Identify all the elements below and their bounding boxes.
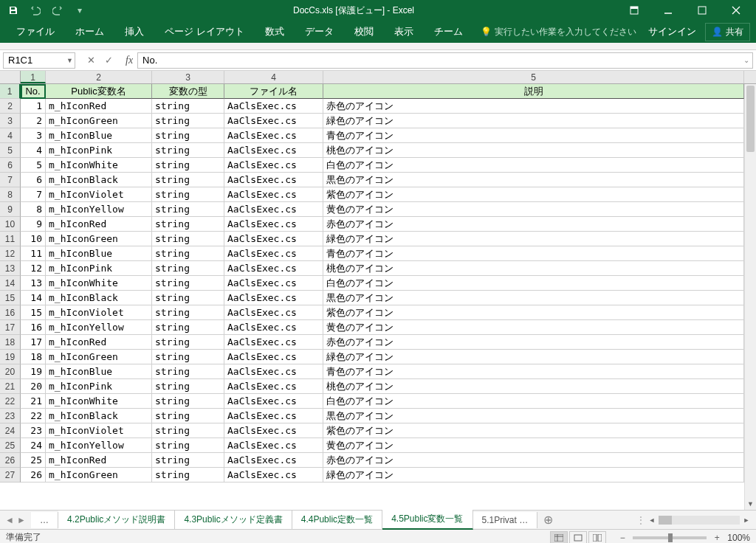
cell[interactable]: string [152,276,224,291]
sheet-nav-prev-icon[interactable]: ◄ [4,515,15,525]
row-header[interactable]: 25 [0,438,21,453]
cell[interactable]: 10 [21,232,46,246]
hscroll-thumb[interactable] [659,516,672,525]
cell[interactable]: 16 [21,320,46,335]
row-header[interactable]: 8 [0,187,21,202]
name-box[interactable]: R1C1 ▼ [3,52,75,69]
cell[interactable]: 21 [21,394,46,409]
col-header[interactable]: 2 [46,71,152,83]
cell[interactable]: AaClsExec.cs [224,423,323,438]
cell[interactable]: 黒色のアイコン [323,291,744,305]
cell[interactable]: 13 [21,276,46,291]
row-header[interactable]: 16 [0,305,21,320]
cell[interactable]: m_hIconViolet [46,305,152,320]
cell[interactable]: 緑色のアイコン [323,350,744,364]
cell[interactable]: 25 [21,453,46,468]
col-header[interactable]: 5 [323,71,744,83]
fx-icon[interactable]: fx [126,55,133,66]
cell[interactable]: 9 [21,217,46,232]
row-header[interactable]: 13 [0,261,21,276]
tab-insert[interactable]: 挿入 [114,21,154,43]
cell[interactable]: string [152,232,224,246]
cell[interactable]: 桃色のアイコン [323,261,744,276]
cell[interactable]: 黒色のアイコン [323,173,744,187]
cell[interactable]: AaClsExec.cs [224,246,323,261]
row-header[interactable]: 20 [0,364,21,379]
row-header[interactable]: 3 [0,114,21,128]
signin-link[interactable]: サインイン [648,25,696,38]
view-normal-icon[interactable] [550,531,568,544]
row-header[interactable]: 2 [0,99,21,114]
cell[interactable]: AaClsExec.cs [224,453,323,468]
cell[interactable]: AaClsExec.cs [224,173,323,187]
row-header[interactable]: 1 [0,84,21,99]
cell[interactable]: string [152,423,224,438]
cell[interactable]: AaClsExec.cs [224,158,323,173]
cell[interactable]: m_hIconGreen [46,114,152,128]
cell[interactable]: 19 [21,364,46,379]
col-header[interactable]: 1 [21,71,46,83]
cell-active[interactable]: No. [21,84,46,99]
cell[interactable]: AaClsExec.cs [224,217,323,232]
cell[interactable]: m_hIconGreen [46,350,152,364]
row-header[interactable]: 4 [0,128,21,143]
tab-pagelayout[interactable]: ページ レイアウト [154,21,255,43]
cell[interactable]: AaClsExec.cs [224,202,323,217]
cell[interactable]: string [152,305,224,320]
cell[interactable]: m_hIconGreen [46,232,152,246]
cell[interactable]: AaClsExec.cs [224,305,323,320]
cell[interactable]: 黒色のアイコン [323,409,744,423]
cell[interactable]: 3 [21,128,46,143]
tab-team[interactable]: チーム [424,21,473,43]
cell[interactable]: 変数の型 [152,84,224,99]
cell[interactable]: m_hIconRed [46,453,152,468]
cell[interactable]: string [152,379,224,394]
cell[interactable]: m_hIconYellow [46,320,152,335]
row-header[interactable]: 22 [0,394,21,409]
cell[interactable]: AaClsExec.cs [224,379,323,394]
sheet-nav-next-icon[interactable]: ► [16,515,27,525]
row-header[interactable]: 14 [0,276,21,291]
cell[interactable]: 2 [21,114,46,128]
cell[interactable]: AaClsExec.cs [224,468,323,483]
cell[interactable]: string [152,99,224,114]
cell[interactable]: AaClsExec.cs [224,364,323,379]
row-header[interactable]: 12 [0,246,21,261]
maximize-icon[interactable] [685,0,719,21]
tab-data[interactable]: データ [295,21,344,43]
cell[interactable]: string [152,335,224,350]
row-header[interactable]: 24 [0,423,21,438]
cell[interactable]: 7 [21,187,46,202]
chevron-down-icon[interactable]: ▼ [66,57,73,64]
cell[interactable]: string [152,394,224,409]
cell[interactable]: 白色のアイコン [323,276,744,291]
sheet-tab[interactable]: 4.3Publicメソッド定義書 [175,511,292,529]
cell[interactable]: 緑色のアイコン [323,232,744,246]
row-header[interactable]: 5 [0,143,21,158]
cell[interactable]: m_hIconViolet [46,187,152,202]
row-header[interactable]: 10 [0,217,21,232]
scrollbar-thumb[interactable] [746,86,755,152]
tab-formulas[interactable]: 数式 [255,21,295,43]
cell[interactable]: 11 [21,246,46,261]
cell[interactable]: AaClsExec.cs [224,320,323,335]
cell[interactable]: string [152,291,224,305]
cell[interactable]: 24 [21,438,46,453]
minimize-icon[interactable] [651,0,685,21]
cell[interactable]: 白色のアイコン [323,158,744,173]
zoom-out-icon[interactable]: − [616,533,628,543]
cell[interactable]: string [152,114,224,128]
col-header[interactable]: 3 [152,71,224,83]
row-header[interactable]: 26 [0,453,21,468]
zoom-in-icon[interactable]: + [711,533,723,543]
enter-formula-icon[interactable]: ✓ [100,53,117,68]
cell[interactable]: 紫色のアイコン [323,187,744,202]
cell[interactable]: m_hIconWhite [46,276,152,291]
cell[interactable]: string [152,364,224,379]
view-pagelayout-icon[interactable] [569,531,587,544]
cell[interactable]: m_hIconBlue [46,364,152,379]
cell[interactable]: m_hIconPink [46,379,152,394]
expand-formula-icon[interactable]: ⌄ [743,56,749,64]
undo-icon[interactable] [25,1,46,19]
hscroll-left-icon[interactable]: ◄ [647,516,657,524]
